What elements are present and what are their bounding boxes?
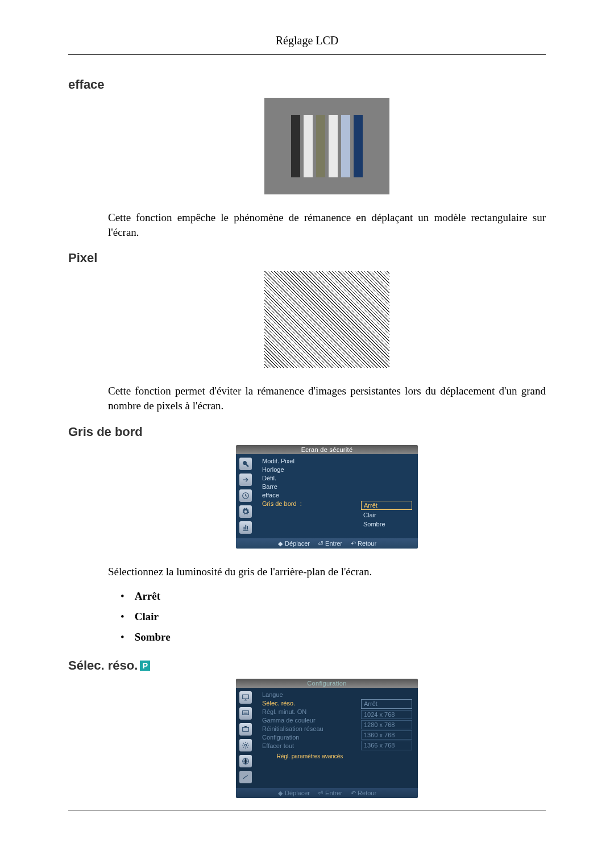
menu-title: Ecran de sécurité	[236, 445, 418, 454]
menu-value-option[interactable]: Sombre	[361, 520, 412, 528]
menu-label: Modif. Pixel	[262, 458, 358, 464]
menu-values: Arrêt 1024 x 768 1280 x 768 1360 x 768 1…	[358, 699, 412, 783]
tv-icon	[239, 723, 252, 736]
option-clair: Clair	[136, 610, 546, 623]
enter-icon: ⏎	[318, 538, 323, 549]
monitor-sliders-icon	[239, 707, 252, 720]
menu-side-icons	[239, 458, 256, 534]
gear-icon	[239, 505, 252, 518]
svg-rect-1	[243, 695, 249, 699]
menu-selec-reso: Configuration Langue Sélec. réso.	[236, 679, 418, 798]
svg-rect-2	[243, 711, 249, 715]
enter-icon: ⏎	[318, 788, 323, 798]
menu-value-selected[interactable]: Arrêt	[361, 501, 412, 510]
efface-bar	[291, 115, 300, 177]
arrow-right-icon	[239, 474, 252, 486]
menu-labels: Langue Sélec. réso. Régl. minut. ON Gamm…	[262, 691, 358, 783]
menu-value-option[interactable]: 1360 x 768	[361, 730, 412, 740]
menu-footer: ◆ Déplacer ⏎ Entrer ↶ Retour	[236, 788, 418, 798]
menu-label: efface	[262, 492, 358, 499]
menu-value-selected[interactable]: Arrêt	[361, 699, 412, 708]
section-title-gris-de-bord: Gris de bord	[68, 425, 546, 439]
gris-de-bord-options: Arrêt Clair Sombre	[68, 590, 546, 643]
svg-point-4	[244, 744, 247, 746]
option-arret: Arrêt	[136, 590, 546, 603]
menu-hint: Régl. paramètres avancés	[262, 751, 358, 762]
menu-value-option[interactable]: 1366 x 768	[361, 741, 412, 750]
figure-efface	[264, 98, 389, 194]
menu-label: Effacer tout	[262, 742, 358, 749]
page-header: Réglage LCD	[68, 34, 546, 55]
page-footer-rule	[68, 811, 546, 811]
globe-icon	[239, 755, 252, 767]
menu-label: Barre	[262, 483, 358, 490]
efface-bar	[329, 115, 338, 177]
efface-description: Cette fonction empêche le phénomène de r…	[68, 210, 546, 239]
menu-label-selected: Gris de bord :	[262, 500, 358, 507]
section-title-selec-reso: Sélec. réso.P	[68, 658, 546, 673]
menu-label: Horloge	[262, 466, 358, 473]
menu-label: Gamma de couleur	[262, 717, 358, 724]
menu-gris-de-bord: Ecran de sécurité Modif. Pixel Horloge	[236, 445, 418, 549]
menu-labels: Modif. Pixel Horloge Défil. Barre efface…	[262, 458, 358, 534]
menu-title: Configuration	[236, 679, 418, 688]
chart-icon	[239, 521, 252, 534]
menu-label-selected: Sélec. réso.	[262, 700, 358, 707]
svg-rect-3	[243, 728, 249, 732]
menu-label: Défil.	[262, 475, 358, 481]
wrench-icon	[239, 458, 252, 470]
gris-de-bord-description: Sélectionnez la luminosité du gris de l'…	[68, 564, 546, 579]
menu-label: Langue	[262, 691, 358, 698]
move-icon: ◆	[277, 788, 283, 798]
clock-icon	[239, 489, 252, 502]
menu-values: Arrêt Clair Sombre	[358, 501, 412, 534]
gear-icon	[239, 739, 252, 751]
option-sombre: Sombre	[136, 631, 546, 643]
move-icon: ◆	[277, 538, 283, 549]
return-icon: ↶	[350, 788, 356, 798]
menu-label: Réinitialisation réseau	[262, 725, 358, 732]
menu-side-icons	[239, 691, 256, 783]
efface-bar	[341, 115, 350, 177]
menu-value-option[interactable]: 1024 x 768	[361, 710, 412, 719]
efface-bar	[354, 115, 363, 177]
menu-value-option[interactable]: Clair	[361, 511, 412, 519]
monitor-icon	[239, 691, 252, 704]
menu-footer: ◆ Déplacer ⏎ Entrer ↶ Retour	[236, 538, 418, 549]
cable-icon	[239, 771, 252, 783]
figure-pixel	[264, 271, 389, 368]
menu-value-option[interactable]: 1280 x 768	[361, 720, 412, 729]
menu-label: Régl. minut. ON	[262, 708, 358, 715]
menu-label: Configuration	[262, 734, 358, 741]
efface-bar	[316, 115, 325, 177]
section-title-pixel: Pixel	[68, 251, 546, 265]
return-icon: ↶	[350, 538, 356, 549]
p-badge-icon: P	[140, 661, 150, 671]
section-title-efface: efface	[68, 77, 546, 92]
efface-bar	[304, 115, 313, 177]
pixel-description: Cette fonction permet d'éviter la rémane…	[68, 384, 546, 413]
